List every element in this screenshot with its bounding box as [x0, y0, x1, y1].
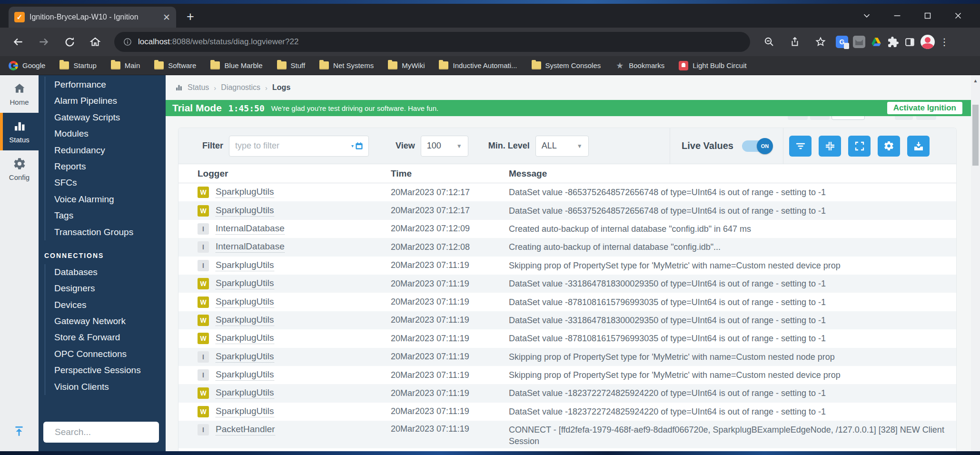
bookmark-item[interactable]: MyWiki — [388, 61, 425, 69]
side-panel-icon[interactable] — [904, 36, 916, 48]
breadcrumb-logs: Logs — [272, 83, 290, 92]
rail-label: Home — [10, 98, 29, 106]
log-message: CONNECT - [ffd2fefa-1979-468f-aef9-8dadf… — [509, 424, 956, 447]
logger-link[interactable]: SparkplugUtils — [216, 351, 274, 363]
drive-extension-icon[interactable] — [870, 36, 882, 48]
rail-item-home[interactable]: Home — [0, 75, 39, 113]
bookmark-item[interactable]: Bookmarks — [615, 61, 664, 70]
logger-link[interactable]: PacketHandler — [216, 424, 275, 435]
sidebar-item-tags[interactable]: Tags — [54, 208, 166, 224]
expand-fullscreen-button[interactable] — [848, 136, 871, 157]
bookmark-item[interactable]: Light Bulb Circuit — [679, 61, 746, 70]
logger-link[interactable]: SparkplugUtils — [216, 278, 274, 289]
sidebar-search[interactable] — [43, 422, 159, 443]
site-info-icon[interactable] — [123, 37, 132, 47]
page-scrollbar[interactable]: ▲ — [971, 75, 980, 451]
bookmark-item[interactable]: Stuff — [277, 61, 306, 69]
sidebar-item-gateway-network[interactable]: Gateway Network — [54, 313, 166, 329]
breadcrumb-status[interactable]: Status — [188, 83, 209, 92]
logger-link[interactable]: SparkplugUtils — [216, 297, 274, 308]
bookmark-item[interactable]: Inductive Automati... — [439, 61, 517, 69]
sidebar-search-input[interactable] — [55, 427, 171, 437]
bookmark-item[interactable]: Software — [154, 61, 196, 69]
tab-close-icon[interactable]: ✕ — [163, 13, 170, 22]
scrollbar-up-arrow-icon[interactable]: ▲ — [971, 78, 980, 83]
bookmark-item[interactable]: Main — [111, 61, 140, 69]
sidebar-item-performance[interactable]: Performance — [54, 77, 166, 93]
activate-ignition-button[interactable]: Activate Ignition — [887, 102, 962, 114]
logger-link[interactable]: InternalDatabase — [216, 241, 285, 253]
download-logs-button[interactable] — [907, 136, 930, 157]
tampermonkey-extension-icon[interactable] — [853, 36, 865, 48]
back-icon[interactable] — [8, 31, 29, 52]
filter-lines-button[interactable] — [789, 136, 812, 157]
bookmark-item[interactable]: Google — [9, 61, 45, 70]
logger-link[interactable]: InternalDatabase — [216, 223, 285, 235]
bookmark-item[interactable]: Blue Marble — [210, 61, 262, 69]
column-message[interactable]: Message — [509, 168, 956, 179]
window-maximize-button[interactable] — [912, 4, 943, 28]
browser-tab[interactable]: ✓ Ignition-BryceLap-W10 - Ignition ✕ — [9, 7, 176, 28]
extensions-puzzle-icon[interactable] — [887, 36, 899, 48]
logger-link[interactable]: SparkplugUtils — [216, 406, 274, 417]
sidebar-item-designers[interactable]: Designers — [54, 280, 166, 297]
settings-gear-button[interactable] — [878, 136, 900, 157]
log-level-badge: I — [198, 351, 209, 363]
new-tab-button[interactable]: + — [187, 10, 194, 23]
home-icon[interactable] — [85, 31, 106, 52]
filter-input-wrap[interactable]: ▾ — [229, 136, 369, 157]
rail-item-config[interactable]: Config — [0, 150, 39, 188]
sidebar-item-devices[interactable]: Devices — [54, 297, 166, 313]
bookmark-item[interactable]: Net Systems — [319, 61, 374, 69]
column-time[interactable]: Time — [391, 168, 509, 179]
bookmark-star-icon[interactable] — [810, 31, 831, 52]
sidebar-item-vision-clients[interactable]: Vision Clients — [54, 379, 166, 395]
calendar-filter-icon[interactable]: ▾ — [351, 141, 364, 150]
tab-search-icon[interactable] — [851, 4, 882, 28]
share-icon[interactable] — [784, 31, 805, 52]
forward-icon[interactable] — [33, 31, 54, 52]
log-row: WSparkplugUtils20Mar2023 07:11:19DataSet… — [178, 384, 956, 402]
scrollbar-thumb[interactable] — [972, 105, 979, 166]
logger-link[interactable]: SparkplugUtils — [216, 260, 274, 271]
sidebar-item-opc-connections[interactable]: OPC Connections — [54, 346, 166, 362]
collapse-rows-button[interactable] — [819, 136, 841, 157]
rail-item-status[interactable]: Status — [0, 113, 39, 150]
address-bar[interactable]: localhost:8088/web/status/diag.logviewer… — [114, 32, 750, 52]
window-close-button[interactable] — [943, 4, 973, 28]
sidebar-item-alarm-pipelines[interactable]: Alarm Pipelines — [54, 93, 166, 109]
scroll-to-top-icon[interactable] — [8, 422, 30, 441]
sidebar-item-reports[interactable]: Reports — [54, 158, 166, 175]
sidebar-item-perspective-sessions[interactable]: Perspective Sessions — [54, 362, 166, 378]
logger-link[interactable]: SparkplugUtils — [216, 387, 274, 399]
sidebar-item-store-forward[interactable]: Store & Forward — [54, 329, 166, 346]
logger-link[interactable]: SparkplugUtils — [216, 369, 274, 381]
bookmark-item[interactable]: System Consoles — [532, 61, 601, 69]
breadcrumb-diagnostics[interactable]: Diagnostics — [221, 83, 260, 92]
window-minimize-button[interactable] — [882, 4, 912, 28]
logger-link[interactable]: SparkplugUtils — [216, 187, 274, 198]
view-select[interactable]: 100 ▼ — [421, 136, 468, 157]
logger-link[interactable]: SparkplugUtils — [216, 205, 274, 217]
logger-link[interactable]: SparkplugUtils — [216, 333, 274, 344]
sidebar-item-gateway-scripts[interactable]: Gateway Scripts — [54, 109, 166, 126]
sidebar-item-transaction-groups[interactable]: Transaction Groups — [54, 224, 166, 240]
sidebar-item-databases[interactable]: Databases — [54, 264, 166, 280]
logger-link[interactable]: SparkplugUtils — [216, 315, 274, 326]
sidebar-item-sfcs[interactable]: SFCs — [54, 175, 166, 191]
min-level-select[interactable]: ALL ▼ — [535, 136, 589, 157]
live-values-toggle[interactable]: ON — [742, 140, 772, 152]
log-time: 20Mar2023 07:11:19 — [391, 334, 509, 344]
log-message: DataSet value -1823722724825924220 of ty… — [509, 387, 956, 399]
sidebar-item-voice-alarming[interactable]: Voice Alarming — [54, 191, 166, 208]
translate-extension-icon[interactable]: G — [836, 36, 848, 48]
profile-avatar[interactable] — [921, 35, 935, 49]
sidebar-item-redundancy[interactable]: Redundancy — [54, 142, 166, 158]
reload-icon[interactable] — [59, 31, 80, 52]
column-logger[interactable]: Logger — [198, 168, 391, 179]
bookmark-item[interactable]: Startup — [59, 61, 96, 69]
browser-menu-icon[interactable]: ⋮ — [940, 36, 949, 48]
zoom-indicator-icon[interactable] — [759, 31, 780, 52]
filter-input[interactable] — [235, 141, 351, 151]
sidebar-item-modules[interactable]: Modules — [54, 126, 166, 142]
